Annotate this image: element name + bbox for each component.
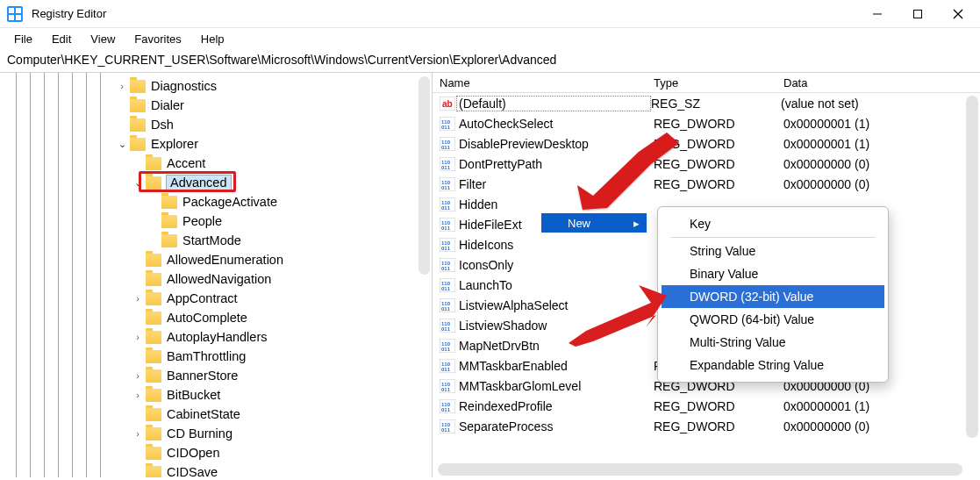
svg-text:011: 011: [441, 407, 451, 412]
chevron-down-icon[interactable]: ⌄: [116, 139, 128, 150]
svg-text:ab: ab: [442, 99, 453, 109]
address-bar[interactable]: Computer\HKEY_CURRENT_USER\Software\Micr…: [0, 49, 980, 73]
folder-icon: [146, 292, 161, 305]
value-name: Hidden: [459, 197, 654, 211]
tree-label: Dialer: [151, 98, 184, 112]
binary-value-icon: 110011: [440, 238, 455, 252]
tree-item-people[interactable]: People: [0, 211, 432, 231]
menu-favorites[interactable]: Favorites: [125, 31, 190, 47]
list-hscrollbar[interactable]: [438, 463, 962, 476]
value-row[interactable]: 110011DisablePreviewDesktopREG_DWORD0x00…: [433, 133, 980, 154]
menu-help[interactable]: Help: [192, 31, 233, 47]
flyout-item-dword-32-bit-value[interactable]: DWORD (32-bit) Value: [662, 285, 884, 308]
tree-label: Advanced: [166, 175, 232, 190]
tree-list[interactable]: ›DiagnosticsDialerDsh⌄ExplorerAccent⌄Adv…: [0, 73, 432, 477]
svg-text:011: 011: [441, 165, 451, 170]
folder-icon: [146, 350, 161, 363]
tree-item-dsh[interactable]: Dsh: [0, 115, 432, 134]
tree-item-cidopen[interactable]: CIDOpen: [0, 443, 432, 462]
tree-item-bamthrottling[interactable]: BamThrottling: [0, 347, 432, 366]
value-row[interactable]: ab(Default)REG_SZ(value not set): [433, 93, 980, 113]
menu-view[interactable]: View: [82, 31, 124, 47]
app-icon: [7, 6, 23, 22]
tree-item-bannerstore[interactable]: ›BannerStore: [0, 366, 432, 385]
tree-item-cabinetstate[interactable]: CabinetState: [0, 405, 432, 424]
content-area: ›DiagnosticsDialerDsh⌄ExplorerAccent⌄Adv…: [0, 73, 980, 477]
chevron-right-icon[interactable]: ›: [116, 81, 128, 91]
submenu-label: New: [568, 217, 590, 230]
tree-item-diagnostics[interactable]: ›Diagnostics: [0, 76, 432, 96]
value-data: 0x00000001 (1): [783, 117, 980, 131]
tree-label: People: [182, 214, 222, 228]
folder-icon: [146, 254, 161, 267]
flyout-item-key[interactable]: Key: [662, 212, 884, 235]
chevron-right-icon[interactable]: ›: [132, 293, 144, 304]
value-name: DisablePreviewDesktop: [459, 137, 654, 151]
svg-rect-4: [16, 15, 21, 20]
col-data[interactable]: Data: [783, 76, 980, 90]
flyout-item-multi-string-value[interactable]: Multi-String Value: [662, 331, 884, 354]
tree-item-explorer[interactable]: ⌄Explorer: [0, 134, 432, 154]
value-name: ListviewAlphaSelect: [459, 298, 654, 312]
tree-item-accent[interactable]: Accent: [0, 154, 432, 173]
tree-item-advanced[interactable]: ⌄Advanced: [0, 173, 432, 192]
tree-pane: ›DiagnosticsDialerDsh⌄ExplorerAccent⌄Adv…: [0, 73, 433, 477]
value-row[interactable]: 110011AutoCheckSelectREG_DWORD0x00000001…: [433, 113, 980, 133]
chevron-right-icon[interactable]: ›: [132, 370, 144, 381]
tree-label: BannerStore: [167, 369, 238, 383]
tree-item-allowedenumeration[interactable]: AllowedEnumeration: [0, 250, 432, 269]
tree-item-startmode[interactable]: StartMode: [0, 231, 432, 250]
tree-item-dialer[interactable]: Dialer: [0, 96, 432, 115]
svg-text:011: 011: [441, 286, 451, 291]
binary-value-icon: 110011: [440, 359, 455, 373]
tree-scrollbar[interactable]: [418, 76, 430, 275]
tree-item-allowednavigation[interactable]: AllowedNavigation: [0, 269, 432, 289]
folder-icon: [146, 427, 161, 441]
chevron-right-icon[interactable]: ›: [132, 332, 144, 342]
menu-file[interactable]: File: [5, 31, 41, 47]
maximize-button[interactable]: [898, 0, 938, 28]
tree-item-autoplayhandlers[interactable]: ›AutoplayHandlers: [0, 327, 432, 347]
chevron-right-icon[interactable]: ›: [132, 390, 144, 400]
chevron-right-icon[interactable]: ›: [132, 428, 144, 439]
tree-item-cidsave[interactable]: CIDSave: [0, 462, 432, 477]
tree-item-autocomplete[interactable]: AutoComplete: [0, 308, 432, 327]
list-vscrollbar[interactable]: [966, 96, 978, 438]
value-type: REG_DWORD: [654, 177, 783, 191]
value-data: 0x00000000 (0): [783, 419, 980, 433]
close-button[interactable]: [938, 0, 978, 28]
svg-text:011: 011: [441, 246, 451, 251]
col-name[interactable]: Name: [436, 76, 654, 90]
binary-value-icon: 110011: [440, 258, 455, 272]
tree-item-bitbucket[interactable]: ›BitBucket: [0, 385, 432, 405]
chevron-down-icon[interactable]: ⌄: [132, 177, 144, 189]
tree-item-packageactivate[interactable]: PackageActivate: [0, 192, 432, 211]
binary-value-icon: 110011: [440, 319, 455, 333]
svg-text:011: 011: [441, 347, 451, 352]
context-submenu-new[interactable]: New ▸: [541, 213, 647, 233]
flyout-item-string-value[interactable]: String Value: [662, 240, 884, 262]
string-value-icon: ab: [440, 97, 455, 111]
value-row[interactable]: 110011ReindexedProfileREG_DWORD0x0000000…: [433, 396, 980, 416]
folder-icon: [146, 176, 161, 190]
flyout-item-expandable-string-value[interactable]: Expandable String Value: [662, 354, 884, 376]
value-type: REG_DWORD: [654, 137, 783, 151]
folder-icon: [130, 138, 146, 151]
svg-text:011: 011: [441, 145, 451, 150]
value-row[interactable]: 110011SeparateProcessREG_DWORD0x00000000…: [433, 416, 980, 436]
flyout-item-binary-value[interactable]: Binary Value: [662, 262, 884, 285]
minimize-button[interactable]: [857, 0, 898, 28]
context-flyout[interactable]: KeyString ValueBinary ValueDWORD (32-bit…: [657, 206, 889, 383]
value-row[interactable]: 110011DontPrettyPathREG_DWORD0x00000000 …: [433, 154, 980, 174]
col-type[interactable]: Type: [654, 76, 783, 90]
menu-edit[interactable]: Edit: [43, 31, 80, 47]
flyout-item-qword-64-bit-value[interactable]: QWORD (64-bit) Value: [662, 308, 884, 331]
svg-text:011: 011: [441, 306, 451, 312]
folder-icon: [146, 466, 161, 478]
value-row[interactable]: 110011FilterREG_DWORD0x00000000 (0): [433, 174, 980, 194]
value-name: LaunchTo: [459, 278, 654, 292]
titlebar: Registry Editor: [0, 0, 980, 28]
tree-item-appcontract[interactable]: ›AppContract: [0, 289, 432, 308]
tree-item-cd-burning[interactable]: ›CD Burning: [0, 424, 432, 443]
svg-text:011: 011: [441, 326, 451, 332]
